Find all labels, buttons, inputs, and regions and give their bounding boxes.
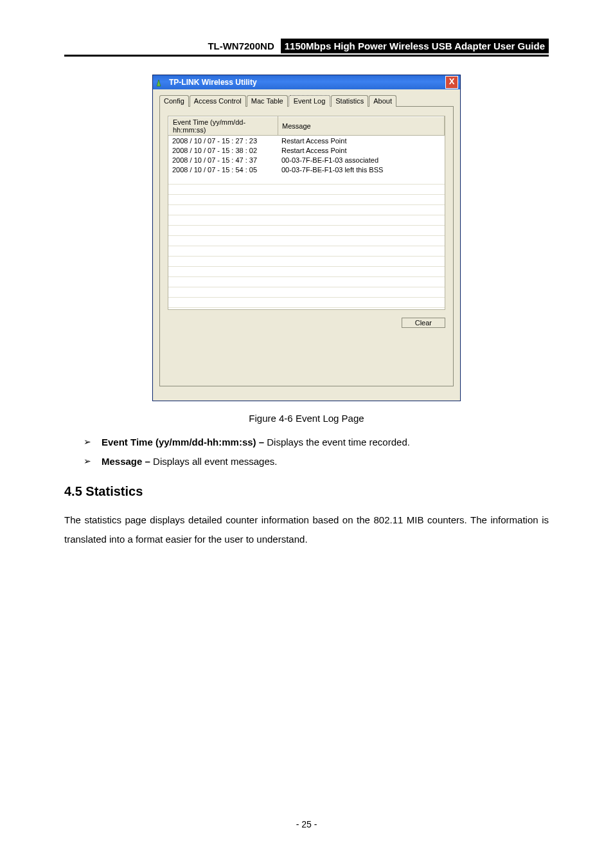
figure-caption: Figure 4-6 Event Log Page (64, 413, 549, 424)
cell-time: 2008 / 10 / 07 - 15 : 38 : 02 (168, 145, 278, 155)
section-heading: 4.5 Statistics (64, 484, 549, 499)
tab-mac-table[interactable]: Mac Table (247, 95, 288, 107)
header-title-rest-inline: 150Mbps High Power Wireless USB Adapter … (290, 41, 545, 51)
page-number: - 25 - (64, 819, 549, 849)
page-header: TL-WN7200ND 1150Mbps High Power Wireless… (64, 39, 549, 57)
clear-button-label: Clear (415, 319, 432, 327)
tabpanel-event-log: Event Time (yy/mm/dd- hh:mm:ss) Message … (159, 106, 454, 386)
table-row[interactable]: 2008 / 10 / 07 - 15 : 54 : 05 00-03-7F-B… (168, 165, 445, 174)
list-item: Message – Displays all event messages. (84, 452, 549, 471)
cell-message: 00-03-7F-BE-F1-03 left this BSS (278, 165, 445, 174)
col-header-message[interactable]: Message (278, 117, 445, 136)
tab-event-log[interactable]: Event Log (289, 95, 331, 107)
cell-time: 2008 / 10 / 07 - 15 : 27 : 23 (168, 136, 278, 145)
tab-access-control-label: Access Control (194, 97, 242, 105)
utility-window: TP-LINK Wireless Utility X Config Access… (152, 75, 461, 401)
tab-config[interactable]: Config (159, 95, 189, 107)
titlebar: TP-LINK Wireless Utility X (153, 75, 460, 89)
tab-event-log-label: Event Log (294, 97, 326, 105)
list-item: Event Time (yy/mm/dd-hh:mm:ss) – Display… (84, 433, 549, 452)
tab-access-control[interactable]: Access Control (190, 95, 246, 107)
table-row[interactable]: 2008 / 10 / 07 - 15 : 47 : 37 00-03-7F-B… (168, 155, 445, 165)
bullet-strong: Event Time (yy/mm/dd-hh:mm:ss) – (102, 437, 267, 448)
window-body: Config Access Control Mac Table Event Lo… (153, 89, 460, 401)
header-model: TL-WN7200ND (208, 41, 274, 51)
clear-button[interactable]: Clear (402, 318, 445, 328)
event-log-list[interactable]: Event Time (yy/mm/dd- hh:mm:ss) Message … (168, 116, 445, 310)
col-header-time[interactable]: Event Time (yy/mm/dd- hh:mm:ss) (169, 117, 278, 136)
tab-statistics[interactable]: Statistics (331, 95, 368, 107)
window-title: TP-LINK Wireless Utility (169, 78, 257, 87)
app-icon (156, 78, 165, 87)
tab-about[interactable]: About (369, 95, 396, 107)
header-title-box: 1150Mbps High Power Wireless USB Adapter… (281, 39, 549, 53)
bullet-list: Event Time (yy/mm/dd-hh:mm:ss) – Display… (64, 433, 549, 471)
tabs: Config Access Control Mac Table Event Lo… (159, 95, 454, 107)
header-title-box-text: 1 (285, 41, 290, 51)
close-icon: X (449, 77, 455, 86)
table-row[interactable]: 2008 / 10 / 07 - 15 : 27 : 23 Restart Ac… (168, 136, 445, 145)
table-row[interactable]: 2008 / 10 / 07 - 15 : 38 : 02 Restart Ac… (168, 145, 445, 155)
tab-mac-table-label: Mac Table (251, 97, 283, 105)
tab-statistics-label: Statistics (335, 97, 364, 105)
tab-config-label: Config (164, 97, 184, 105)
bullet-strong: Message – (102, 456, 153, 467)
bullet-rest: Displays all event messages. (153, 456, 277, 467)
tab-about-label: About (373, 97, 392, 105)
cell-message: Restart Access Point (278, 145, 445, 155)
cell-message: 00-03-7F-BE-F1-03 associated (278, 155, 445, 165)
section-body: The statistics page displays detailed co… (64, 511, 549, 549)
bullet-rest: Displays the event time recorded. (267, 437, 410, 448)
cell-time: 2008 / 10 / 07 - 15 : 54 : 05 (168, 165, 278, 174)
close-button[interactable]: X (445, 76, 458, 89)
cell-message: Restart Access Point (278, 136, 445, 145)
cell-time: 2008 / 10 / 07 - 15 : 47 : 37 (168, 155, 278, 165)
